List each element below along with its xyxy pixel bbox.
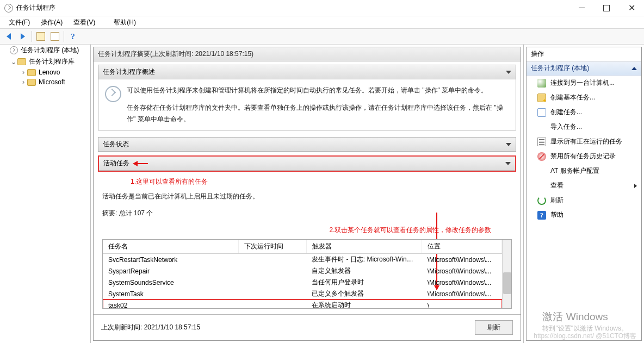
disable-icon [537, 152, 546, 161]
folder-icon [27, 79, 36, 86]
blank-icon [537, 123, 546, 132]
action-help[interactable]: ?帮助 [527, 208, 641, 222]
blank-icon [537, 182, 546, 190]
actions-title: 操作 [527, 47, 641, 61]
scrollbar[interactable] [502, 240, 511, 308]
action-import[interactable]: 导入任务... [527, 120, 641, 134]
connect-icon [537, 79, 546, 88]
chevron-up-icon [631, 67, 637, 70]
folder-icon [27, 69, 36, 76]
menu-action[interactable]: 操作(A) [35, 16, 68, 29]
overview-text-2: 任务存储在任务计划程序库的文件夹中。若要查看单独任务上的操作或执行该操作，请在任… [127, 102, 509, 124]
forward-button[interactable] [16, 30, 29, 43]
action-view[interactable]: 查看 [527, 178, 641, 193]
status-header[interactable]: 任务状态 [98, 138, 516, 152]
active-tasks-summary: 摘要: 总计 107 个 [94, 201, 521, 226]
overview-text-1: 可以使用任务计划程序来创建和管理计算机将在所指定的时间自动执行的常见任务。若要开… [127, 85, 509, 96]
chevron-down-icon [506, 143, 511, 146]
clock-icon [10, 46, 18, 54]
col-location[interactable]: 位置 [422, 240, 502, 254]
toolbar-btn-2[interactable] [48, 30, 61, 43]
col-name[interactable]: 任务名 [103, 240, 238, 254]
clock-icon [105, 86, 121, 102]
refresh-button[interactable]: 刷新 [475, 320, 513, 335]
active-tasks-section: 活动任务 [98, 155, 516, 172]
window-controls: ✕ [569, 0, 644, 16]
annotation-arrow-icon [133, 160, 149, 167]
active-tasks-header[interactable]: 活动任务 [99, 157, 515, 171]
svg-marker-1 [133, 161, 138, 166]
window-title: 任务计划程序 [16, 3, 55, 13]
menubar: 文件(F) 操作(A) 查看(V) 帮助(H) [0, 16, 644, 28]
toolbar: ? [0, 28, 644, 45]
chevron-down-icon [506, 71, 511, 74]
table-row[interactable]: SystemSoundsService当任何用户登录时\Microsoft\Wi… [103, 277, 502, 288]
folder-icon [17, 58, 26, 65]
scrollbar-thumb[interactable] [503, 272, 511, 294]
summary-header: 任务计划程序摘要(上次刷新时间: 2021/1/10 18:57:15) [94, 47, 521, 61]
blank-icon [537, 167, 546, 176]
app-icon [4, 4, 13, 13]
action-connect[interactable]: 连接到另一台计算机... [527, 76, 641, 90]
table-row[interactable]: SvcRestartTaskNetwork发生事件时 - 日志: Microso… [103, 254, 502, 266]
tree-library[interactable]: ⌄任务计划程序库 [0, 56, 90, 67]
chevron-right-icon [634, 184, 637, 188]
tasks-table: 任务名 下次运行时间 触发器 位置 SvcRestartTaskNetwork发… [102, 239, 512, 309]
toolbar-btn-1[interactable] [34, 30, 47, 43]
action-show-running[interactable]: 显示所有正在运行的任务 [527, 134, 641, 149]
action-at-config[interactable]: AT 服务帐户配置 [527, 164, 641, 178]
overview-section: 任务计划程序概述 可以使用任务计划程序来创建和管理计算机将在所指定的时间自动执行… [98, 65, 516, 130]
overview-header[interactable]: 任务计划程序概述 [98, 65, 516, 79]
chevron-down-icon [505, 162, 511, 165]
action-refresh[interactable]: 刷新 [527, 193, 641, 208]
annotation-1: 1.这里可以查看所有的任务 [131, 177, 521, 186]
action-create-basic[interactable]: 创建基本任务... [527, 90, 641, 105]
tree-microsoft[interactable]: ›Microsoft [0, 77, 90, 87]
menu-file[interactable]: 文件(F) [3, 16, 35, 29]
nav-tree[interactable]: 任务计划程序 (本地) ⌄任务计划程序库 ›Lenovo ›Microsoft [0, 45, 91, 343]
action-create[interactable]: 创建任务... [527, 105, 641, 120]
create-icon [537, 108, 546, 117]
col-next[interactable]: 下次运行时间 [238, 240, 306, 254]
refresh-icon [537, 196, 546, 205]
wizard-icon [537, 93, 546, 102]
table-row[interactable]: SyspartRepair自定义触发器\Microsoft\Windows\..… [103, 265, 502, 277]
maximize-button[interactable] [594, 0, 619, 16]
table-row[interactable]: task02在系统启动时\ [103, 300, 502, 309]
close-button[interactable]: ✕ [619, 0, 644, 16]
tree-root[interactable]: 任务计划程序 (本地) [0, 45, 90, 56]
minimize-button[interactable] [569, 0, 594, 16]
actions-panel: 操作 任务计划程序 (本地) 连接到另一台计算机... 创建基本任务... 创建… [523, 45, 644, 343]
col-trigger[interactable]: 触发器 [306, 240, 422, 254]
list-icon [537, 138, 546, 146]
action-disable-history[interactable]: 禁用所有任务历史记录 [527, 149, 641, 164]
actions-group-header[interactable]: 任务计划程序 (本地) [527, 61, 641, 76]
active-tasks-desc: 活动任务是当前已在此计算机上启用且未过期的任务。 [94, 186, 521, 201]
help-icon: ? [537, 211, 546, 220]
last-refresh-label: 上次刷新时间: 2021/1/10 18:57:15 [101, 323, 200, 332]
table-row[interactable]: SystemTask已定义多个触发器\Microsoft\Windows\... [103, 288, 502, 300]
menu-help[interactable]: 帮助(H) [108, 16, 141, 29]
toolbar-help-button[interactable]: ? [66, 30, 79, 43]
back-button[interactable] [2, 30, 15, 43]
tree-lenovo[interactable]: ›Lenovo [0, 67, 90, 77]
annotation-2: 2.双击某个任务就可以查看任务的属性，修改任务的参数 [94, 226, 521, 237]
status-section: 任务状态 [98, 137, 516, 152]
menu-view[interactable]: 查看(V) [68, 16, 101, 29]
titlebar: 任务计划程序 ✕ [0, 0, 644, 16]
footer-bar: 上次刷新时间: 2021/1/10 18:57:15 刷新 [94, 314, 521, 340]
